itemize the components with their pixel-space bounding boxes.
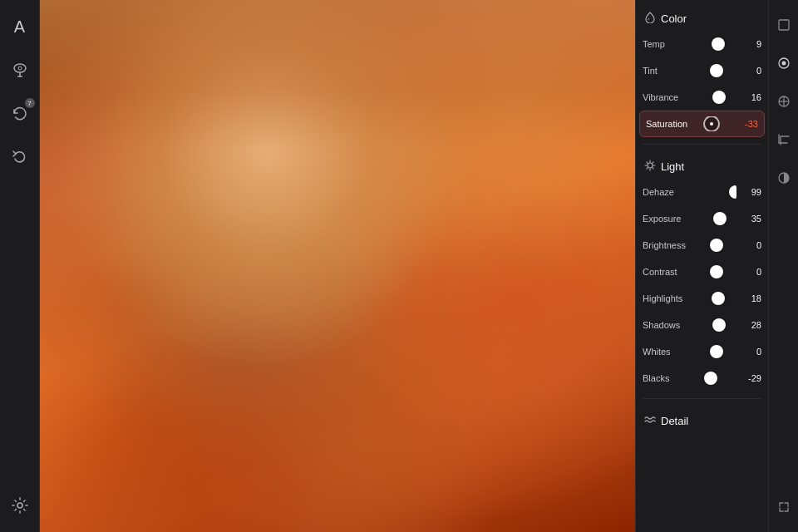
tint-thumb	[710, 64, 723, 77]
temp-slider-row[interactable]: Temp 9	[636, 31, 768, 57]
waves-icon	[644, 414, 656, 428]
svg-point-1	[18, 66, 22, 70]
contrast-slider-row[interactable]: Contrast 0	[636, 259, 768, 285]
saturation-track[interactable]	[699, 116, 733, 131]
brightness-slider-row[interactable]: Brightness 0	[636, 232, 768, 259]
undo-button[interactable]	[7, 143, 33, 170]
color-section: Color Temp 9 Tint 0 Vibrance	[636, 0, 768, 140]
exposure-label: Exposure	[643, 214, 692, 224]
whites-track[interactable]	[696, 344, 736, 359]
lasso-tool-button[interactable]	[7, 57, 33, 83]
svg-point-4	[17, 503, 22, 508]
history-badge: 7	[25, 98, 35, 108]
left-toolbar: A 7	[0, 0, 40, 532]
color-light-divider	[643, 144, 761, 145]
color-section-header: Color	[636, 7, 768, 31]
light-detail-divider	[643, 398, 761, 399]
undo-icon	[11, 147, 29, 165]
crop-button[interactable]	[772, 128, 796, 151]
lasso-icon	[11, 61, 29, 79]
shadows-track[interactable]	[696, 318, 736, 332]
whites-value: 0	[740, 347, 761, 357]
exposure-value: 35	[740, 214, 761, 224]
filter-brush-button[interactable]	[772, 52, 796, 75]
svg-line-11	[653, 168, 653, 169]
dehaze-value: 99	[740, 187, 761, 197]
settings-button[interactable]	[7, 492, 33, 519]
shadows-thumb	[712, 318, 726, 332]
svg-line-13	[647, 168, 648, 169]
adjustments-panel: Color Temp 9 Tint 0 Vibrance	[635, 0, 768, 532]
color-section-label: Color	[661, 12, 687, 25]
svg-point-16	[781, 62, 786, 66]
light-section: Light Dehaze 99 Exposure 35 Brightne	[636, 148, 768, 395]
detail-section-header: Detail	[636, 409, 768, 433]
shadows-value: 28	[740, 320, 761, 330]
settings-icon	[11, 496, 29, 515]
exposure-slider-row[interactable]: Exposure 35	[636, 205, 768, 232]
shadows-slider-row[interactable]: Shadows 28	[636, 312, 768, 338]
mask-button[interactable]	[772, 166, 796, 190]
history-button[interactable]: 7	[7, 100, 33, 126]
selective-button[interactable]	[772, 90, 796, 113]
brightness-track[interactable]	[696, 238, 736, 253]
tint-label: Tint	[643, 66, 692, 76]
highlights-slider-row[interactable]: Highlights 18	[636, 285, 768, 312]
svg-rect-14	[779, 20, 789, 30]
svg-point-0	[14, 64, 26, 72]
light-section-header: Light	[636, 155, 768, 179]
brightness-thumb	[710, 239, 723, 252]
svg-line-10	[647, 162, 648, 163]
blacks-thumb	[704, 372, 717, 385]
dehaze-thumb	[729, 185, 736, 199]
exposure-track[interactable]	[696, 211, 736, 226]
temp-thumb	[712, 37, 725, 51]
highlights-thumb	[712, 292, 725, 305]
detail-section-label: Detail	[661, 415, 688, 427]
brightness-value: 0	[740, 240, 761, 250]
blacks-slider-row[interactable]: Blacks -29	[636, 365, 768, 392]
highlights-track[interactable]	[696, 291, 736, 306]
blacks-value: -29	[740, 373, 761, 383]
blacks-label: Blacks	[643, 373, 692, 383]
layers-button[interactable]	[772, 13, 796, 37]
contrast-track[interactable]	[696, 264, 736, 279]
text-icon: A	[14, 17, 25, 37]
highlights-label: Highlights	[643, 293, 692, 303]
shadows-label: Shadows	[643, 320, 692, 330]
dehaze-label: Dehaze	[643, 187, 692, 197]
tint-track[interactable]	[696, 63, 736, 78]
sun-icon	[644, 160, 656, 174]
dehaze-track[interactable]	[696, 185, 736, 200]
photo-sky	[40, 0, 635, 150]
expand-button[interactable]	[772, 495, 796, 519]
svg-line-12	[653, 162, 653, 163]
vibrance-value: 16	[740, 92, 761, 102]
contrast-thumb	[710, 265, 723, 278]
light-section-label: Light	[661, 160, 684, 173]
whites-label: Whites	[643, 347, 692, 357]
svg-point-5	[648, 163, 653, 168]
photo-canvas[interactable]	[40, 0, 635, 532]
vibrance-slider-row[interactable]: Vibrance 16	[636, 84, 768, 111]
vibrance-track[interactable]	[696, 90, 736, 105]
right-toolbar	[768, 0, 798, 532]
tint-slider-row[interactable]: Tint 0	[636, 57, 768, 84]
whites-slider-row[interactable]: Whites 0	[636, 338, 768, 365]
highlights-value: 18	[740, 293, 761, 303]
contrast-value: 0	[740, 267, 761, 277]
text-tool-button[interactable]: A	[7, 13, 33, 40]
panel-scroll-content: Color Temp 9 Tint 0 Vibrance	[636, 0, 768, 532]
blacks-track[interactable]	[696, 371, 736, 386]
vibrance-label: Vibrance	[643, 92, 692, 102]
brightness-label: Brightness	[643, 240, 692, 250]
contrast-label: Contrast	[643, 267, 692, 277]
saturation-slider-row[interactable]: Saturation -33	[639, 111, 765, 137]
tint-value: 0	[740, 66, 761, 76]
temp-track[interactable]	[696, 37, 736, 52]
exposure-thumb	[713, 212, 727, 225]
color-drop-icon	[644, 12, 656, 26]
dehaze-slider-row[interactable]: Dehaze 99	[636, 179, 768, 205]
temp-label: Temp	[643, 39, 692, 49]
whites-thumb	[710, 345, 723, 358]
